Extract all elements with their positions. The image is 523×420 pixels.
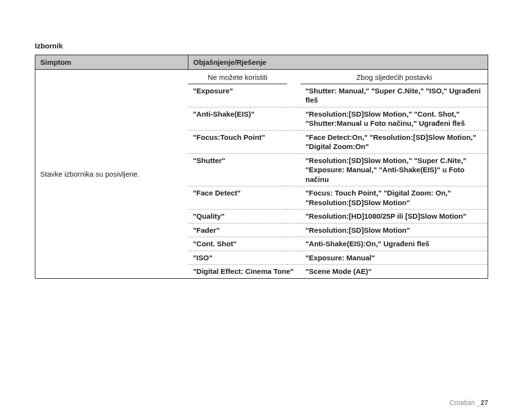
row-left: "ISO" bbox=[188, 251, 301, 265]
row-right: "Anti-Shake(EIS):On," Ugrađeni fleš bbox=[301, 237, 488, 251]
row-left: "Face Detect" bbox=[188, 186, 301, 210]
footer-lang: Croatian _ bbox=[449, 399, 481, 406]
subheader-because: Zbog sljedećih postavki bbox=[301, 70, 488, 84]
symptom-text: Stavke izbornika su posivljene. bbox=[40, 170, 139, 178]
row-right: "Focus: Touch Point," "Digital Zoom: On,… bbox=[301, 186, 488, 210]
table-row: "Digital Effect: Cinema Tone" "Scene Mod… bbox=[188, 265, 488, 278]
symptom-cell: Stavke izbornika su posivljene. bbox=[35, 70, 188, 279]
table-row: "Face Detect" "Focus: Touch Point," "Dig… bbox=[188, 186, 488, 210]
footer-page: 27 bbox=[480, 399, 488, 406]
row-right: "Resolution:[SD]Slow Motion" bbox=[301, 223, 488, 237]
table-row: "Quality" "Resolution:[HD]1080/25P ili [… bbox=[188, 210, 488, 224]
row-left: "Digital Effect: Cinema Tone" bbox=[188, 265, 301, 278]
row-right: "Resolution:[SD]Slow Motion," "Cont. Sho… bbox=[301, 107, 488, 130]
table-row: "Cont. Shot" "Anti-Shake(EIS):On," Ugrađ… bbox=[188, 237, 488, 251]
row-left: "Anti-Shake(EIS)" bbox=[188, 107, 301, 130]
row-right: "Shutter: Manual," "Super C.Nite," "ISO,… bbox=[301, 84, 488, 107]
section-title: Izbornik bbox=[35, 42, 488, 50]
row-right: "Scene Mode (AE)" bbox=[301, 265, 488, 278]
table-row: "Focus:Touch Point" "Face Detect:On," "R… bbox=[188, 130, 488, 153]
header-explain: Objašnjenje/Rješenje bbox=[188, 55, 488, 70]
table-row: "Shutter" "Resolution:[SD]Slow Motion," … bbox=[188, 153, 488, 186]
subheader-gap bbox=[287, 70, 301, 84]
row-left: "Exposure" bbox=[188, 84, 301, 107]
troubleshoot-table: Simptom Objašnjenje/Rješenje Stavke izbo… bbox=[35, 55, 488, 279]
row-right: "Face Detect:On," "Resolution:[SD]Slow M… bbox=[301, 130, 488, 153]
table-row: "Anti-Shake(EIS)" "Resolution:[SD]Slow M… bbox=[188, 107, 488, 130]
table-row: "Exposure" "Shutter: Manual," "Super C.N… bbox=[188, 84, 488, 107]
header-symptom: Simptom bbox=[35, 55, 188, 70]
row-left: "Cont. Shot" bbox=[188, 237, 301, 251]
row-right: "Resolution:[HD]1080/25P ili [SD]Slow Mo… bbox=[301, 210, 488, 224]
table-row: "ISO" "Exposure: Manual" bbox=[188, 251, 488, 265]
row-right: "Resolution:[SD]Slow Motion," "Super C.N… bbox=[301, 153, 488, 186]
row-left: "Shutter" bbox=[188, 153, 301, 186]
row-left: "Focus:Touch Point" bbox=[188, 130, 301, 153]
subheader-cannot-use: Ne možete koristiti bbox=[188, 70, 287, 84]
row-left: "Fader" bbox=[188, 223, 301, 237]
page-footer: Croatian _27 bbox=[449, 399, 488, 406]
row-left: "Quality" bbox=[188, 210, 301, 224]
row-right: "Exposure: Manual" bbox=[301, 251, 488, 265]
sub-table: Ne možete koristiti Zbog sljedećih posta… bbox=[188, 70, 488, 278]
table-row: "Fader" "Resolution:[SD]Slow Motion" bbox=[188, 223, 488, 237]
explain-cell: Ne možete koristiti Zbog sljedećih posta… bbox=[188, 70, 488, 279]
